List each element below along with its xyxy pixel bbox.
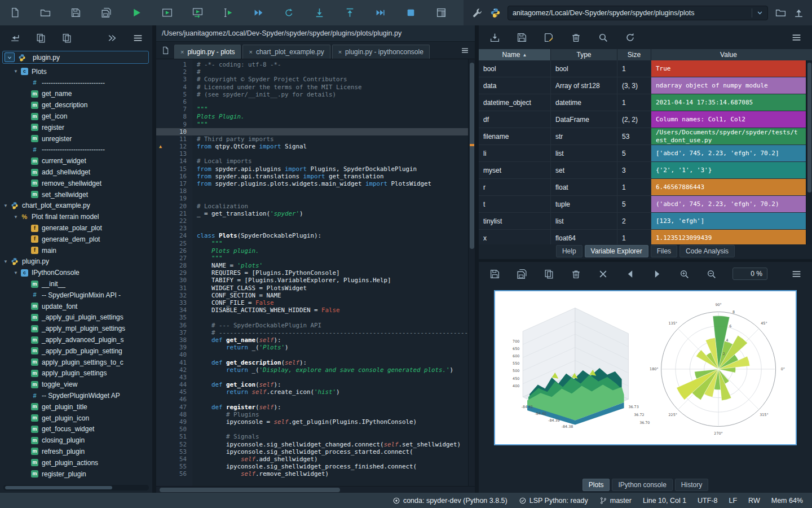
outline-item[interactable]: m_apply_gui_plugin_settings	[0, 312, 152, 323]
variable-table-scrollbar[interactable]	[806, 60, 812, 244]
outline-item[interactable]: m_apply_mpl_plugin_settings	[0, 323, 152, 334]
outline-item[interactable]: #-- SpyderPluginMixin API -	[0, 290, 152, 301]
outline-item[interactable]: ▼cPlots	[0, 66, 152, 77]
variable-value[interactable]: [123, 'efgh']	[651, 213, 806, 229]
tab-options-menu-icon[interactable]	[459, 45, 470, 56]
outline-item[interactable]: madd_shellwidget	[0, 167, 152, 178]
expander-icon[interactable]: ▼	[14, 214, 21, 220]
expander-icon[interactable]: ▼	[14, 270, 21, 275]
column-header-name[interactable]: Name ▲	[479, 49, 551, 60]
editor-tab[interactable]: ×plugin.py - plots	[174, 45, 241, 59]
outline-item[interactable]: mapply_plugin_settings	[0, 368, 152, 379]
copy-plot-icon[interactable]	[543, 268, 554, 279]
variable-value[interactable]: ('abcd', 745, 2.23, 'efgh', 70.2)	[651, 196, 806, 212]
variable-row[interactable]: boolbool1True	[479, 60, 806, 77]
outline-root-item[interactable]: plugin.py	[2, 51, 149, 64]
preferences-wrench-icon[interactable]	[471, 7, 483, 19]
cursor-position-status[interactable]: Line 10, Col 1	[643, 497, 686, 505]
expander-icon[interactable]: ▼	[3, 259, 11, 264]
column-header-value[interactable]: Value	[651, 49, 806, 60]
debug-stop-icon[interactable]	[405, 7, 416, 19]
eol-status[interactable]: LF	[729, 497, 738, 505]
save-plot-icon[interactable]	[489, 268, 500, 279]
outline-item[interactable]: mset_shellwidget	[0, 189, 152, 200]
outline-item[interactable]: m__init__	[0, 278, 152, 290]
outline-item[interactable]: fmain	[0, 245, 152, 256]
variable-row[interactable]: filenamestr53/Users/Documents/spyder/spy…	[479, 128, 806, 145]
step-into-icon[interactable]	[314, 7, 325, 19]
outline-item[interactable]: mregister_plugin	[0, 468, 152, 480]
variable-value[interactable]: 6.46567886443	[651, 179, 806, 195]
outline-item[interactable]: mcurrent_widget	[0, 155, 152, 167]
run-file-icon[interactable]	[131, 7, 142, 19]
variable-row[interactable]: dataArray of str128(3, 3)ndarray object …	[479, 77, 806, 94]
chevron-down-icon[interactable]	[5, 52, 15, 62]
debug-file-icon[interactable]	[253, 7, 264, 19]
outline-item[interactable]: mget_description	[0, 99, 152, 111]
zoom-out-icon[interactable]	[705, 268, 717, 279]
scrollbar-handle[interactable]	[807, 63, 811, 192]
scrollbar-handle[interactable]	[470, 63, 474, 249]
variable-value[interactable]: Column names: Col1, Col2	[651, 111, 806, 128]
variable-row[interactable]: lilist5['abcd', 745, 2.23, 'efgh', 70.2]	[479, 145, 806, 162]
outline-item[interactable]: mget_plugin_title	[0, 401, 152, 413]
variable-value[interactable]: ndarray object of numpy module	[651, 77, 806, 94]
outline-item[interactable]: fgenerate_polar_plot	[0, 222, 152, 234]
remove-plot-icon[interactable]	[570, 268, 581, 279]
git-branch-status[interactable]: master	[599, 497, 632, 505]
run-selection-icon[interactable]	[222, 7, 233, 19]
tab-files[interactable]: Files	[651, 245, 677, 257]
outline-item[interactable]: #----------------------------	[0, 144, 152, 156]
tab-variable-explorer[interactable]: Variable Explorer	[585, 245, 648, 257]
outline-item[interactable]: m_apply_advanced_plugin_s	[0, 334, 152, 345]
parent-directory-icon[interactable]	[793, 7, 804, 19]
zoom-in-icon[interactable]	[678, 268, 690, 279]
variable-row[interactable]: rfloat16.46567886443	[479, 179, 806, 196]
save-data-icon[interactable]	[516, 32, 527, 43]
tab-help[interactable]: Help	[556, 245, 582, 257]
variable-value[interactable]: 1.1235123099439	[651, 230, 806, 244]
close-plot-icon[interactable]	[597, 268, 608, 279]
previous-plot-icon[interactable]	[624, 268, 636, 279]
variable-row[interactable]: xfloat6411.1235123099439	[479, 230, 806, 244]
variable-row[interactable]: dfDataFrame(2, 2)Column names: Col1, Col…	[479, 111, 806, 128]
outline-item[interactable]: ▼cIPythonConsole	[0, 267, 152, 278]
interpreter-status[interactable]: conda: spyder-dev (Python 3.8.5)	[392, 497, 508, 505]
variable-row[interactable]: mysetset3{'2', '1', '3'}	[479, 162, 806, 179]
close-tab-icon[interactable]: ×	[338, 49, 342, 55]
lsp-status[interactable]: LSP Python: ready	[519, 497, 588, 505]
variable-value[interactable]: {'2', '1', '3'}	[651, 162, 806, 178]
options-menu-icon[interactable]	[791, 32, 802, 43]
remove-variable-icon[interactable]	[570, 32, 581, 43]
editor-tab[interactable]: ×plugin.py - ipythonconsole	[332, 45, 430, 59]
expander-icon[interactable]: ▼	[3, 203, 11, 208]
readwrite-status[interactable]: RW	[748, 497, 760, 505]
duplicate-icon[interactable]	[61, 32, 72, 43]
outline-item[interactable]: mget_focus_widget	[0, 424, 152, 435]
scrollbar-handle[interactable]	[160, 488, 340, 492]
tab-history[interactable]: History	[675, 479, 708, 491]
memory-status[interactable]: Mem 64%	[771, 497, 803, 505]
save-data-as-icon[interactable]	[543, 32, 554, 43]
outline-item[interactable]: mregister	[0, 122, 152, 133]
editor-tab[interactable]: ×chart_plot_example.py	[242, 45, 330, 59]
outline-item[interactable]: mupdate_font	[0, 301, 152, 312]
new-file-icon[interactable]	[9, 7, 20, 19]
scrollbar-handle[interactable]	[5, 486, 112, 489]
file-switcher-icon[interactable]	[160, 45, 171, 56]
variable-value[interactable]: /Users/Documents/spyder/spyder/tests/tes…	[651, 128, 806, 144]
outline-item[interactable]: mremove_shellwidget	[0, 178, 152, 189]
outline-item[interactable]: mclosing_plugin	[0, 435, 152, 446]
maximize-pane-icon[interactable]	[435, 7, 447, 19]
editor-horizontal-scrollbar[interactable]	[156, 486, 475, 493]
outline-item[interactable]: mapply_plugin_settings_to_c	[0, 357, 152, 368]
editor-vertical-scrollbar[interactable]	[468, 59, 475, 486]
save-file-icon[interactable]	[70, 7, 81, 19]
run-cell-advance-icon[interactable]	[192, 7, 203, 19]
outline-item[interactable]: mget_plugin_actions	[0, 457, 152, 468]
browse-directory-icon[interactable]	[775, 7, 786, 19]
outline-item[interactable]: mrefresh_plugin	[0, 446, 152, 457]
step-return-icon[interactable]	[344, 7, 355, 19]
column-header-size[interactable]: Size	[617, 49, 651, 60]
options-menu-icon[interactable]	[791, 268, 802, 279]
